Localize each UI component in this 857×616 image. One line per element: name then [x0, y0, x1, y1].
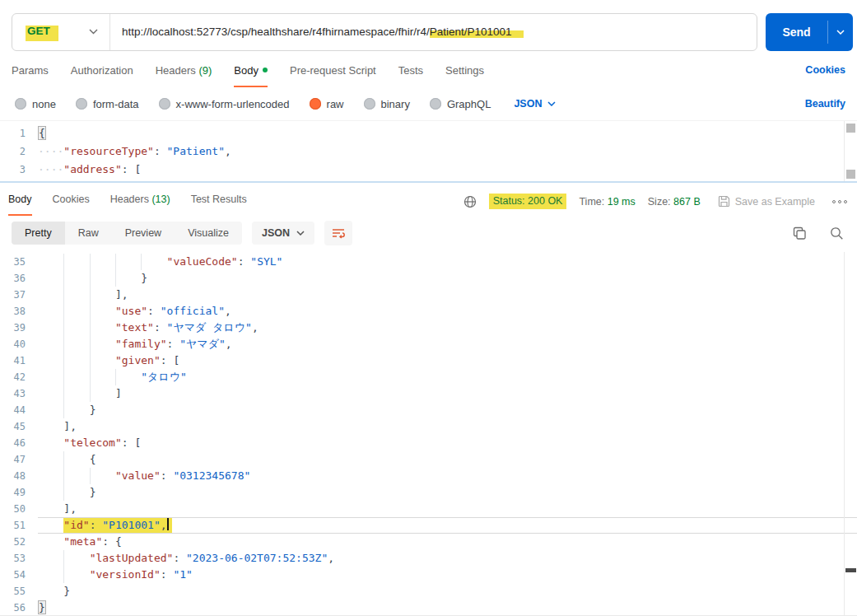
code-line-content: ], — [38, 287, 857, 303]
json-key: "telecom" — [63, 436, 121, 449]
indent-guide — [38, 320, 63, 336]
body-mode-label: binary — [381, 98, 410, 110]
copy-icon[interactable] — [793, 226, 807, 240]
response-tab-label: Test Results — [191, 194, 247, 205]
code-line-content: } — [38, 600, 857, 616]
request-tab-body[interactable]: Body — [234, 64, 268, 87]
body-format-selector[interactable]: JSON — [514, 98, 556, 110]
response-format-selector[interactable]: JSON — [252, 222, 314, 245]
request-tabs: ParamsAuthorizationHeaders (9)BodyPre-re… — [0, 51, 857, 87]
code-line: 1{ — [0, 124, 857, 142]
indent-guide — [38, 435, 63, 451]
response-tab-headers[interactable]: Headers (13) — [110, 194, 170, 216]
response-tab-body[interactable]: Body — [8, 194, 32, 216]
request-body-editor[interactable]: 1{2····"resourceType": "Patient",3····"a… — [0, 120, 857, 181]
cookies-link[interactable]: Cookies — [805, 64, 845, 76]
response-tab-cookies[interactable]: Cookies — [53, 194, 90, 216]
more-options-icon[interactable] — [832, 200, 847, 203]
json-value: "SYL" — [250, 255, 282, 268]
code-line: 48 "value": "0312345678" — [0, 468, 857, 484]
json-key: "meta" — [63, 535, 102, 548]
whitespace-dots: ···· — [38, 163, 63, 175]
body-mode-label: GraphQL — [447, 98, 491, 110]
json-value: "0312345678" — [173, 469, 250, 482]
line-number: 53 — [0, 550, 38, 567]
line-number: 43 — [0, 385, 38, 402]
method-label: GET — [26, 23, 58, 41]
line-number: 55 — [0, 583, 38, 600]
indent-guide — [63, 369, 89, 385]
view-tab-preview[interactable]: Preview — [112, 222, 175, 245]
request-tab-pre-request-script[interactable]: Pre-request Script — [290, 64, 376, 87]
response-body-editor[interactable]: 35 "valueCode": "SYL"36 }37 ],38 "use": … — [0, 252, 857, 616]
view-tab-raw[interactable]: Raw — [65, 222, 112, 245]
wrap-lines-button[interactable] — [324, 221, 352, 245]
code-line: 46 "telecom": [ — [0, 435, 857, 451]
body-mode-none[interactable]: none — [15, 98, 56, 110]
body-mode-graphql[interactable]: GraphQL — [430, 98, 491, 110]
indent-guide — [63, 451, 89, 468]
body-mode-x-www-form-urlencoded[interactable]: x-www-form-urlencoded — [159, 98, 290, 110]
status-badge: Status: 200 OK — [489, 194, 567, 209]
json-key: "resourceType" — [63, 145, 154, 157]
method-selector[interactable]: GET — [12, 14, 109, 50]
indent-guide — [38, 254, 63, 270]
url-bar: GET http://localhost:52773/csp/healthsha… — [12, 13, 757, 51]
request-tab-headers[interactable]: Headers (9) — [156, 64, 212, 87]
code-line-content: ], — [38, 501, 857, 517]
request-tab-settings[interactable]: Settings — [445, 64, 484, 87]
json-key: "given" — [115, 354, 161, 366]
code-line-content: } — [38, 402, 857, 418]
request-tab-authorization[interactable]: Authorization — [71, 64, 133, 87]
globe-icon — [463, 195, 477, 208]
code-line: 42 "タロウ" — [0, 369, 857, 385]
whitespace-dots: ···· — [38, 145, 63, 157]
json-key: "family" — [115, 338, 167, 350]
json-value: "official" — [161, 305, 225, 317]
view-tab-pretty[interactable]: Pretty — [12, 222, 65, 245]
response-editor-scrollbar-thumb[interactable] — [845, 568, 856, 572]
send-options-button[interactable] — [828, 30, 853, 35]
beautify-link[interactable]: Beautify — [805, 98, 845, 110]
code-line: 37 ], — [0, 287, 857, 303]
request-editor-scrollbar-end[interactable] — [846, 170, 855, 179]
request-editor-scrollbar-thumb[interactable] — [846, 124, 855, 133]
request-tab-params[interactable]: Params — [12, 64, 49, 87]
chevron-down-icon — [89, 29, 98, 35]
line-number: 36 — [0, 270, 38, 287]
chevron-down-icon — [296, 231, 305, 236]
json-value: "ヤマダ" — [179, 338, 226, 350]
search-icon[interactable] — [830, 226, 844, 240]
code-line: 36 } — [0, 270, 857, 287]
radio-icon — [430, 98, 441, 110]
code-line-content: "use": "official", — [38, 303, 857, 320]
request-tab-tests[interactable]: Tests — [398, 64, 423, 87]
code-line: 56} — [0, 600, 857, 616]
code-line: 49 } — [0, 484, 857, 501]
indent-guide — [63, 287, 89, 303]
view-tab-visualize[interactable]: Visualize — [175, 222, 242, 245]
indent-guide — [38, 501, 63, 517]
body-mode-binary[interactable]: binary — [364, 98, 410, 110]
send-button[interactable]: Send — [766, 13, 853, 51]
code-line-content: } — [38, 484, 857, 501]
code-line-content: ····"address": [ — [38, 161, 857, 179]
body-mode-form-data[interactable]: form-data — [76, 98, 139, 110]
json-key: "address" — [63, 163, 121, 175]
code-line-content: "text": "ヤマダ タロウ", — [38, 320, 857, 336]
response-format-label: JSON — [262, 227, 290, 239]
code-line: 41 "given": [ — [0, 352, 857, 369]
code-line: 44 } — [0, 402, 857, 418]
radio-icon — [159, 98, 170, 110]
url-input[interactable]: http://localhost:52773/csp/healthshare/r… — [110, 26, 757, 38]
save-as-example-button[interactable]: Save as Example — [718, 195, 815, 208]
url-highlighted-segment: Patient/P101001 — [430, 26, 524, 38]
highlighted-code: "id": "P101001", — [63, 518, 171, 533]
indent-guide — [38, 369, 63, 385]
json-key: "value" — [115, 469, 161, 482]
body-mode-raw[interactable]: raw — [310, 98, 344, 110]
response-tab-test-results[interactable]: Test Results — [191, 194, 247, 216]
json-key: "versionId" — [90, 568, 161, 581]
code-line-content: "given": [ — [38, 352, 857, 369]
indent-guide — [63, 254, 89, 270]
